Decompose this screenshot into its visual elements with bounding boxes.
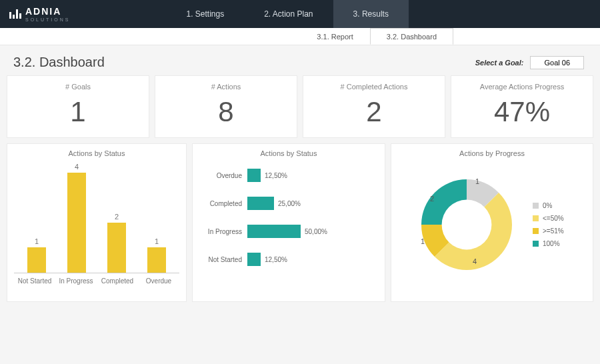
legend-swatch-icon: [533, 241, 539, 247]
bar-completed: 2: [98, 213, 135, 273]
kpi-completed: # Completed Actions 2: [303, 75, 445, 138]
chart-actions-by-status-hbar: Actions by Status Overdue12,50%Completed…: [192, 143, 385, 302]
donut-slice-label-0: 1: [475, 177, 479, 185]
kpi-actions-label: # Actions: [155, 83, 297, 91]
col-chart-title: Actions by Status: [14, 149, 179, 157]
kpi-avg-label: Average Actions Progress: [451, 83, 593, 91]
kpi-goals: # Goals 1: [7, 75, 149, 138]
donut-slice-label-100: 2: [430, 195, 434, 203]
legend-swatch-icon: [533, 228, 539, 234]
legend-item-gte51: >=51%: [533, 227, 564, 235]
kpi-completed-label: # Completed Actions: [303, 83, 445, 91]
subnav-report[interactable]: 3.1. Report: [300, 28, 369, 45]
goal-selector: Select a Goal: Goal 06: [475, 56, 584, 69]
legend-item-lte50: <=50%: [533, 215, 564, 222]
kpi-goals-value: 1: [7, 96, 149, 128]
kpi-completed-value: 2: [303, 96, 445, 128]
hbar-chart-title: Actions by Status: [199, 149, 378, 157]
hbar-in-progress: In Progress50,00%: [199, 217, 378, 245]
bar-overdue: 1: [138, 237, 175, 273]
kpi-actions-value: 8: [155, 96, 297, 128]
hbar-completed: Completed25,00%: [199, 189, 378, 217]
bar-value: 2: [115, 213, 119, 221]
nav-settings[interactable]: 1. Settings: [166, 0, 244, 28]
donut-slice-label-lte50: 4: [473, 257, 477, 265]
hbar-category: Overdue: [199, 172, 247, 179]
main-nav: 1. Settings 2. Action Plan 3. Results: [166, 0, 408, 28]
kpi-goals-label: # Goals: [7, 83, 149, 91]
hbar-value: 12,50%: [265, 256, 287, 263]
hbar-category: In Progress: [199, 228, 247, 235]
sub-nav: 3.1. Report 3.2. Dashboard: [0, 28, 600, 45]
bar-xlabel: In Progress: [57, 277, 95, 285]
chart-actions-by-status-column: Actions by Status 1421 Not StartedIn Pro…: [7, 143, 187, 302]
bar-not-started: 1: [18, 237, 55, 273]
brand-subtitle: SOLUTIONS: [25, 17, 70, 22]
nav-results[interactable]: 3. Results: [333, 0, 409, 28]
hbar-not-started: Not Started12,50%: [199, 245, 378, 273]
bar-value: 4: [75, 163, 79, 171]
bar-xlabel: Not Started: [16, 277, 53, 285]
top-nav: ADNIA SOLUTIONS 1. Settings 2. Action Pl…: [0, 0, 600, 28]
brand-logo: ADNIA SOLUTIONS: [0, 6, 79, 22]
bar-xlabel: Overdue: [140, 277, 177, 285]
hbar-overdue: Overdue12,50%: [199, 161, 378, 189]
bar-in-progress: 4: [58, 163, 95, 273]
goal-select-label: Select a Goal:: [475, 59, 524, 67]
donut-legend: 0% <=50% >=51% 100%: [533, 202, 564, 247]
kpi-avg-progress: Average Actions Progress 47%: [451, 75, 593, 138]
legend-item-0: 0%: [533, 202, 564, 209]
logo-bars-icon: [9, 9, 21, 19]
hbar-category: Completed: [199, 200, 247, 207]
hbar-value: 25,00%: [278, 200, 301, 207]
goal-select[interactable]: Goal 06: [530, 56, 584, 69]
legend-item-100: 100%: [533, 240, 564, 247]
donut-slice-label-gte51: 1: [421, 237, 425, 245]
donut-chart: 1 4 1 2: [410, 168, 523, 281]
kpi-row: # Goals 1 # Actions 8 # Completed Action…: [0, 75, 600, 138]
nav-action-plan[interactable]: 2. Action Plan: [244, 0, 333, 28]
subnav-dashboard[interactable]: 3.2. Dashboard: [370, 28, 453, 45]
brand-name: ADNIA: [25, 6, 70, 17]
donut-slice-3: [421, 179, 467, 225]
page-title: 3.2. Dashboard: [13, 55, 105, 70]
legend-swatch-icon: [533, 203, 539, 209]
bar-xlabel: Completed: [99, 277, 136, 285]
hbar-value: 50,00%: [305, 228, 327, 235]
donut-chart-title: Actions by Progress: [398, 149, 586, 157]
legend-swatch-icon: [533, 215, 539, 221]
page-header: 3.2. Dashboard Select a Goal: Goal 06: [0, 45, 600, 75]
hbar-value: 12,50%: [265, 172, 287, 179]
hbar-category: Not Started: [199, 256, 247, 263]
bar-value: 1: [35, 237, 39, 245]
chart-actions-by-progress-donut: Actions by Progress 1 4 1 2 0% <=50% >=5…: [391, 143, 593, 302]
bar-value: 1: [155, 237, 159, 245]
kpi-avg-value: 47%: [451, 96, 593, 128]
kpi-actions: # Actions 8: [155, 75, 297, 138]
